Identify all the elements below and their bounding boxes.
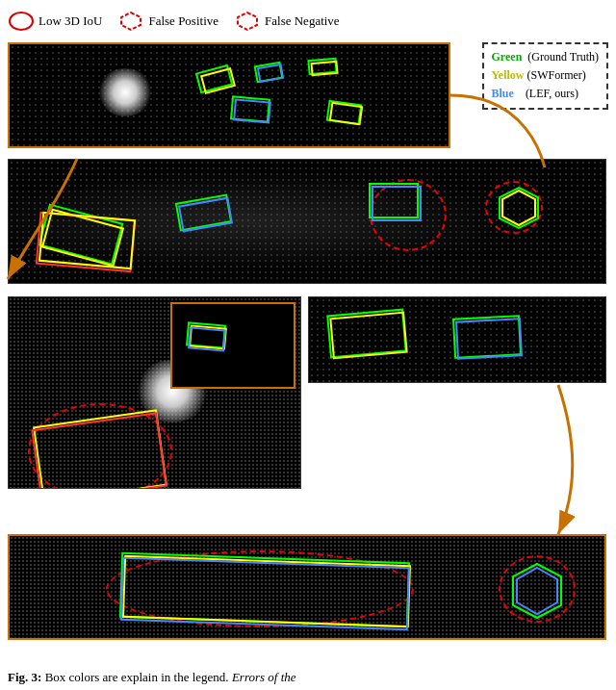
fp-indicator-mid bbox=[365, 174, 451, 256]
fig-label: Fig. 3: bbox=[8, 670, 41, 684]
color-green: Green bbox=[492, 50, 523, 64]
fp-indicator-mid-2 bbox=[492, 184, 546, 232]
bbox-bot-right-blue-1 bbox=[455, 318, 523, 360]
bbox-yellow-2 bbox=[310, 61, 338, 76]
caption-italic: Errors of the bbox=[232, 670, 296, 684]
legend-label-fp: False Positive bbox=[148, 13, 218, 29]
svg-marker-6 bbox=[502, 191, 535, 225]
panel-mid bbox=[8, 159, 606, 284]
panel-top bbox=[8, 42, 450, 148]
legend-item-fp: False Positive bbox=[117, 11, 218, 32]
color-blue-desc: (LEF, ours) bbox=[517, 87, 578, 100]
svg-marker-2 bbox=[238, 13, 257, 30]
svg-rect-4 bbox=[372, 187, 421, 220]
legend-label-fn: False Negative bbox=[265, 13, 340, 29]
low-iou-icon bbox=[8, 11, 35, 32]
color-legend-line-blue: Blue (LEF, ours) bbox=[492, 85, 599, 103]
svg-point-0 bbox=[10, 13, 33, 30]
lidar-dots-top bbox=[10, 44, 449, 146]
fp-icon bbox=[117, 11, 144, 32]
panel-bot-left bbox=[8, 296, 301, 489]
svg-marker-1 bbox=[121, 13, 141, 30]
bbox-bottom-blue-long bbox=[120, 557, 410, 630]
color-legend-box: Green (Ground Truth) Yellow (SWFormer) B… bbox=[482, 42, 608, 110]
fn-icon bbox=[234, 11, 261, 32]
bbox-blue-2 bbox=[233, 98, 271, 123]
caption-body: Box colors are explain in the legend. Er… bbox=[45, 670, 296, 684]
inset-blue-1 bbox=[188, 326, 226, 351]
legend-row: Low 3D IoU False Positive False Negative bbox=[0, 0, 616, 42]
color-yellow-desc: (SWFormer) bbox=[527, 68, 586, 82]
legend-item-low-iou: Low 3D IoU bbox=[8, 11, 102, 32]
main-container: Low 3D IoU False Positive False Negative… bbox=[0, 0, 616, 690]
color-green-desc: (Ground Truth) bbox=[525, 50, 599, 64]
legend-item-fn: False Negative bbox=[234, 11, 340, 32]
bbox-bot-right-yellow-1 bbox=[329, 312, 407, 360]
panel-bottom-strip bbox=[8, 534, 606, 640]
svg-rect-3 bbox=[370, 184, 418, 217]
color-legend-line-yellow: Yellow (SWFormer) bbox=[492, 66, 599, 85]
sensor-origin-top bbox=[96, 68, 154, 116]
svg-marker-8 bbox=[517, 568, 557, 614]
legend-label-low-iou: Low 3D IoU bbox=[38, 13, 102, 29]
caption-text: Fig. 3: Box colors are explain in the le… bbox=[8, 670, 296, 684]
bbox-mid-yellow-low bbox=[38, 212, 136, 269]
fn-box-bottom bbox=[501, 560, 573, 622]
inset-box-bot-left bbox=[170, 302, 295, 389]
color-legend-line-green: Green (Ground Truth) bbox=[492, 48, 599, 66]
panel-bot-right bbox=[308, 296, 606, 383]
svg-marker-7 bbox=[513, 564, 561, 618]
color-yellow: Yellow bbox=[492, 68, 525, 82]
caption: Fig. 3: Box colors are explain in the le… bbox=[8, 669, 608, 686]
color-blue: Blue bbox=[492, 87, 514, 100]
svg-marker-5 bbox=[500, 188, 538, 228]
